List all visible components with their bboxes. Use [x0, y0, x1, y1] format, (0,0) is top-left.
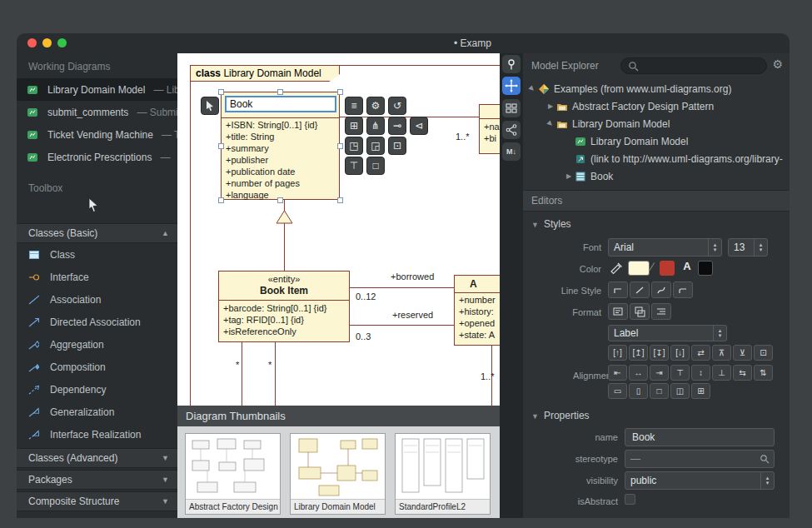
class-author-partial[interactable]: +na +bi — [479, 104, 500, 154]
quick-edit-select-button[interactable] — [201, 97, 219, 115]
class-book-item[interactable]: «entity» Book Item +barcode: String[0..1… — [218, 271, 350, 342]
model-explorer-search[interactable] — [620, 57, 767, 74]
swap-order-button[interactable]: ⇄ — [691, 345, 710, 361]
selection-handle[interactable] — [218, 197, 224, 203]
quick-edit-options-button[interactable]: ≡ — [345, 97, 363, 115]
selection-handle[interactable] — [218, 143, 224, 149]
align-bottom-button[interactable]: ⊥ — [712, 365, 731, 381]
black-color-swatch[interactable] — [698, 261, 713, 276]
same-size-button[interactable]: □ — [650, 383, 669, 399]
align-middle-button[interactable]: ↕ — [691, 365, 710, 381]
line-style-oblique-button[interactable] — [630, 281, 650, 298]
working-diagram-item[interactable]: Electronic Prescriptions— — [17, 146, 177, 168]
tool-interface-realization[interactable]: Interface Realization — [17, 423, 177, 446]
group-button[interactable]: ⊼ — [712, 345, 731, 361]
thumbnails-tool-button[interactable] — [502, 99, 521, 117]
line-style-rectilinear-button[interactable] — [608, 281, 628, 298]
no-color-icon[interactable]: ∕ — [651, 260, 653, 273]
move-tool-button[interactable] — [502, 77, 521, 95]
font-color-button[interactable]: A — [680, 260, 695, 275]
tool-dependency[interactable]: Dependency — [17, 378, 177, 401]
tree-item-library-folder[interactable]: ▶ Library Domain Model — [523, 115, 790, 132]
send-backward-button[interactable]: [↧] — [650, 345, 669, 361]
selection-handle[interactable] — [337, 89, 343, 95]
fill-color-swatch[interactable] — [628, 261, 650, 276]
tree-item-hyperlink[interactable]: (link to http://www.uml-diagrams.org/lib… — [523, 150, 790, 167]
visibility-select[interactable]: public ▴▾ — [625, 471, 775, 490]
thumbnail-library-domain-model[interactable]: Library Domain Model — [290, 433, 386, 515]
class-name-edit-field[interactable]: Book — [225, 96, 336, 112]
tool-generalization[interactable]: Generalization — [17, 401, 177, 423]
working-diagram-item[interactable]: Library Domain Model— Lib — [17, 78, 177, 101]
red-color-swatch[interactable] — [660, 261, 675, 276]
search-input[interactable] — [643, 60, 760, 72]
share-tool-button[interactable] — [502, 121, 521, 139]
working-diagram-item[interactable]: submit_comments— Submit — [17, 101, 177, 123]
tool-composition[interactable]: Composition — [17, 356, 177, 378]
search-icon[interactable] — [760, 454, 770, 464]
same-width-button[interactable]: ▭ — [608, 383, 627, 399]
fit-size-button[interactable]: ⊡ — [754, 345, 773, 361]
select-cursor-icon[interactable] — [85, 197, 103, 217]
font-family-select[interactable]: Arial ▴▾ — [608, 238, 722, 257]
distribute-v-button[interactable]: ⇅ — [754, 365, 773, 381]
quick-add-subclass-button[interactable]: ⋔ — [366, 117, 385, 135]
ungroup-button[interactable]: ⊻ — [733, 345, 752, 361]
thumbnail-abstract-factory[interactable]: Abstract Factory Design — [185, 433, 281, 515]
association-line-down-2[interactable] — [275, 342, 276, 406]
tool-directed-association[interactable]: Directed Association — [17, 311, 177, 333]
toolbox-section-classes-basic[interactable]: Classes (Basic) ▲ — [17, 223, 177, 243]
pin-tool-button[interactable] — [502, 55, 521, 73]
stepper[interactable]: ▴▾ — [760, 472, 774, 489]
minimize-button[interactable] — [42, 38, 52, 47]
association-line-borrowed[interactable] — [350, 287, 454, 288]
class-account-partial[interactable]: A +number +history: +opened +state: A — [454, 275, 500, 346]
thumbnail-standard-profile[interactable]: StandardProfileL2 — [395, 433, 491, 515]
bring-forward-button[interactable]: [↥] — [629, 345, 648, 361]
align-right-button[interactable]: ⇥ — [650, 365, 669, 381]
label-visibility-select[interactable]: Label ▴▾ — [608, 325, 727, 341]
stereotype-field[interactable]: — — [625, 450, 775, 468]
send-to-back-button[interactable]: [↓] — [670, 345, 690, 361]
align-top-button[interactable]: ⊤ — [670, 365, 690, 381]
quick-add-realization-button[interactable]: ⊲ — [410, 117, 428, 135]
auto-size-button[interactable]: ⊞ — [691, 383, 710, 399]
expander-expanded-icon[interactable]: ▶ — [526, 82, 539, 95]
align-grid-button[interactable]: ◫ — [670, 383, 690, 399]
distribute-h-button[interactable]: ⇆ — [733, 365, 752, 381]
align-left-button[interactable]: ⇤ — [608, 365, 627, 381]
format-word-wrap-button[interactable] — [608, 303, 628, 320]
quick-text-button[interactable]: ⊤ — [345, 157, 363, 175]
close-button[interactable] — [27, 38, 37, 47]
align-center-h-button[interactable]: ↔ — [629, 365, 648, 381]
stepper[interactable]: ▴▾ — [713, 326, 726, 341]
selection-handle[interactable] — [337, 143, 343, 149]
toolbox-section-packages[interactable]: Packages ▼ — [17, 470, 177, 490]
quick-edit-settings-button[interactable]: ⚙ — [366, 97, 385, 115]
isabstract-checkbox[interactable] — [625, 494, 635, 505]
explorer-settings-button[interactable]: ⚙ — [772, 57, 783, 71]
selection-handle[interactable] — [218, 89, 224, 95]
tool-interface[interactable]: Interface — [17, 266, 177, 288]
working-diagram-item[interactable]: Ticket Vending Machine— T — [17, 123, 177, 146]
styles-section-header[interactable]: ▼Styles — [531, 218, 571, 230]
diagram-canvas[interactable]: class Library Domain Model +na +bi A — [177, 53, 500, 406]
association-line-down-1[interactable] — [242, 342, 242, 406]
selection-handle[interactable] — [277, 197, 283, 203]
stepper[interactable]: ▴▾ — [754, 239, 767, 256]
bring-to-front-button[interactable]: [↑] — [608, 345, 627, 361]
toolbox-section-composite-structure[interactable]: Composite Structure ▼ — [17, 491, 177, 511]
line-color-pen-icon[interactable] — [608, 260, 625, 276]
tree-item-library-diagram[interactable]: Library Domain Model — [523, 132, 790, 150]
tool-aggregation[interactable]: Aggregation — [17, 333, 177, 356]
line-style-rounded-button[interactable] — [673, 281, 693, 298]
expander-collapsed-icon[interactable]: ▶ — [545, 102, 556, 110]
association-line-reserved[interactable] — [350, 325, 454, 326]
selection-handle[interactable] — [337, 197, 343, 203]
quick-edit-reset-button[interactable]: ↺ — [388, 97, 406, 115]
selection-handle[interactable] — [277, 89, 283, 95]
stepper[interactable]: ▴▾ — [708, 239, 721, 256]
tree-item-examples[interactable]: ▶ Examples (from www.uml-diagrams.org) — [523, 80, 790, 97]
expander-collapsed-icon[interactable]: ▶ — [563, 172, 575, 180]
font-size-stepper[interactable]: 13 ▴▾ — [728, 238, 768, 257]
